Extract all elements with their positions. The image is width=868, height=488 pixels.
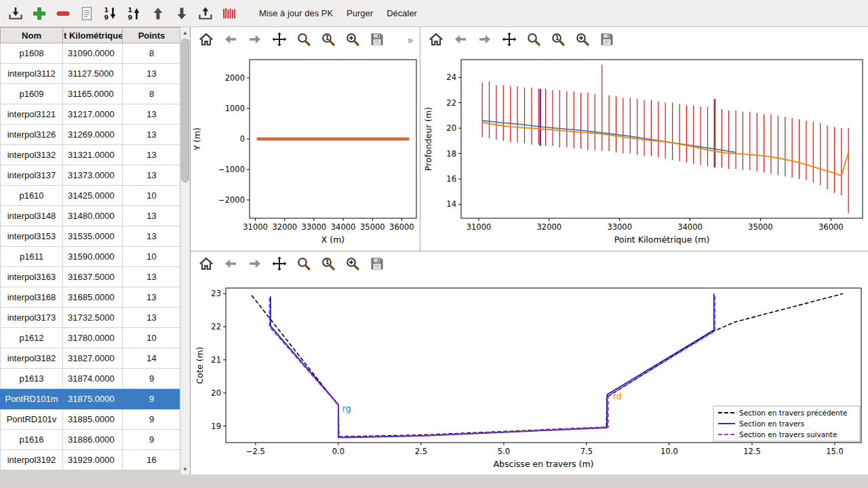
cell-points[interactable]: 13: [123, 267, 181, 287]
home-button[interactable]: [427, 30, 445, 48]
cell-pk[interactable]: 31637.5000: [63, 267, 123, 287]
cell-nom[interactable]: p1612: [1, 328, 63, 348]
toolbar-overflow-button[interactable]: »: [408, 34, 413, 45]
cell-points[interactable]: 13: [123, 145, 181, 165]
cell-points[interactable]: 10: [123, 328, 181, 348]
scrollbar-thumb[interactable]: [181, 39, 189, 182]
cell-nom[interactable]: interpol3148: [1, 206, 63, 226]
zoom-auto-button[interactable]: [344, 255, 361, 272]
cell-nom[interactable]: interpol3153: [1, 226, 63, 247]
table-row[interactable]: p160831090.00008: [1, 43, 181, 64]
scrollbar-up-button[interactable]: ▲: [180, 28, 190, 37]
cell-points[interactable]: 13: [123, 104, 181, 125]
table-row[interactable]: interpol314831480.000013: [1, 206, 181, 226]
cell-points[interactable]: 13: [123, 206, 181, 226]
table-row[interactable]: interpol312631269.000013: [1, 125, 181, 145]
cell-nom[interactable]: interpol3132: [1, 145, 63, 165]
back-button[interactable]: [222, 30, 239, 48]
pan-button[interactable]: [271, 255, 288, 272]
table-row[interactable]: interpol313731373.000013: [1, 165, 181, 186]
zoom-rect-button[interactable]: [525, 30, 542, 48]
cell-points[interactable]: 13: [123, 64, 181, 84]
cell-pk[interactable]: 31929.0000: [63, 450, 123, 470]
cell-nom[interactable]: p1616: [1, 430, 63, 450]
menu-purger[interactable]: Purger: [340, 5, 380, 22]
column-header-2[interactable]: Points: [123, 28, 181, 43]
back-button[interactable]: [222, 255, 239, 272]
table-row[interactable]: interpol312131217.000013: [1, 104, 181, 125]
sort-descending-button[interactable]: 19: [100, 3, 121, 24]
long-profile-chart[interactable]: 3100032000330003400035000360001416182022…: [420, 52, 868, 251]
cell-pk[interactable]: 31217.0000: [63, 104, 123, 125]
cell-nom[interactable]: interpol3137: [1, 165, 63, 186]
cell-pk[interactable]: 31685.0000: [63, 287, 123, 308]
remove-section-button[interactable]: [53, 3, 73, 24]
pan-button[interactable]: [500, 30, 518, 48]
zoom-original-button[interactable]: 1: [319, 30, 337, 48]
cell-pk[interactable]: 31885.0000: [63, 409, 123, 430]
table-row[interactable]: PontRD101v31885.00009: [1, 409, 181, 430]
cell-nom[interactable]: interpol3126: [1, 125, 63, 145]
cell-nom[interactable]: p1613: [1, 369, 63, 389]
cell-points[interactable]: 9: [123, 409, 181, 430]
table-row[interactable]: p161131590.000010: [1, 247, 181, 267]
back-button[interactable]: [452, 30, 469, 48]
cell-pk[interactable]: 31480.0000: [63, 206, 123, 226]
table-row[interactable]: p161331874.00009: [1, 369, 181, 389]
cell-points[interactable]: 14: [123, 348, 181, 369]
table-row[interactable]: p161231780.000010: [1, 328, 181, 348]
cell-nom[interactable]: interpol3182: [1, 348, 63, 369]
cell-pk[interactable]: 31165.0000: [63, 84, 123, 104]
sections-profile-button[interactable]: [219, 3, 239, 24]
cell-nom[interactable]: PontRD101v: [1, 409, 63, 430]
cell-points[interactable]: 13: [123, 165, 181, 186]
table-row[interactable]: interpol317331732.500013: [1, 308, 181, 328]
cell-points[interactable]: 16: [123, 450, 181, 470]
zoom-original-button[interactable]: 1: [549, 30, 567, 48]
home-button[interactable]: [197, 255, 215, 272]
cell-pk[interactable]: 31732.5000: [63, 308, 123, 328]
cell-pk[interactable]: 31590.0000: [63, 247, 123, 267]
cell-nom[interactable]: interpol3112: [1, 64, 63, 84]
cell-pk[interactable]: 31886.0000: [63, 430, 123, 450]
scrollbar-down-button[interactable]: ▼: [180, 464, 190, 474]
save-figure-button[interactable]: [368, 30, 386, 48]
cell-nom[interactable]: p1609: [1, 84, 63, 104]
column-header-0[interactable]: Nom: [1, 28, 63, 43]
cell-points[interactable]: 8: [123, 43, 181, 64]
sort-ascending-button[interactable]: 19: [124, 3, 144, 24]
cell-points[interactable]: 13: [123, 125, 181, 145]
table-row[interactable]: interpol313231321.000013: [1, 145, 181, 165]
table-row[interactable]: p161031425.000010: [1, 186, 181, 206]
cell-nom[interactable]: p1611: [1, 247, 63, 267]
zoom-rect-button[interactable]: [295, 255, 313, 272]
forward-button[interactable]: [246, 30, 264, 48]
cell-points[interactable]: 9: [123, 430, 181, 450]
cell-nom[interactable]: PontRD101m: [1, 389, 63, 409]
cell-pk[interactable]: 31535.0000: [63, 226, 123, 247]
cell-nom[interactable]: interpol3121: [1, 104, 63, 125]
zoom-auto-button[interactable]: [574, 30, 591, 48]
table-row[interactable]: p160931165.00008: [1, 84, 181, 104]
cell-points[interactable]: 13: [123, 226, 181, 247]
cell-pk[interactable]: 31127.5000: [63, 64, 123, 84]
cell-points[interactable]: 8: [123, 84, 181, 104]
table-row[interactable]: interpol316831685.000013: [1, 287, 181, 308]
cell-points[interactable]: 9: [123, 369, 181, 389]
forward-button[interactable]: [246, 255, 264, 272]
edit-section-button[interactable]: [77, 3, 97, 24]
save-figure-button[interactable]: [368, 255, 386, 272]
move-up-button[interactable]: [148, 3, 168, 24]
table-row[interactable]: interpol315331535.000013: [1, 226, 181, 247]
cell-points[interactable]: 13: [123, 287, 181, 308]
table-row[interactable]: p161631886.00009: [1, 430, 181, 450]
cell-pk[interactable]: 31780.0000: [63, 328, 123, 348]
cell-pk[interactable]: 31827.0000: [63, 348, 123, 369]
cell-nom[interactable]: interpol3168: [1, 287, 63, 308]
export-button[interactable]: [195, 3, 216, 24]
cell-pk[interactable]: 31321.0000: [63, 145, 123, 165]
cell-nom[interactable]: interpol3163: [1, 267, 63, 287]
zoom-auto-button[interactable]: [344, 30, 361, 48]
cell-points[interactable]: 9: [123, 389, 181, 409]
zoom-original-button[interactable]: 1: [319, 255, 337, 272]
